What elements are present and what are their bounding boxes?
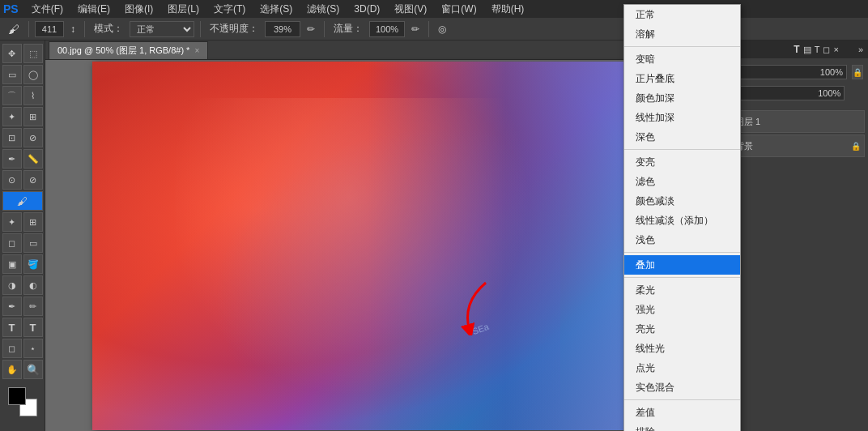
blend-lighter-color[interactable]: 浅色 — [624, 230, 740, 250]
mode-label: 模式： — [91, 20, 126, 38]
tool-bucket[interactable]: 🪣 — [23, 254, 43, 274]
blend-hard-light[interactable]: 强光 — [624, 300, 740, 319]
pressure-icon[interactable]: ✏ — [304, 20, 318, 38]
tool-lasso-poly[interactable]: ⌇ — [23, 86, 43, 105]
panel-collapse[interactable]: × — [833, 45, 838, 54]
mode-select[interactable]: 正常 — [130, 21, 194, 37]
layer-lock-icon: 🔒 — [851, 142, 861, 151]
opacity-input[interactable] — [265, 21, 300, 37]
tool-artboard[interactable]: ⬚ — [23, 44, 43, 63]
tool-zoom[interactable]: 🔍 — [23, 360, 43, 379]
tool-shape-custom[interactable]: ⋆ — [23, 339, 43, 358]
toolbar-sep-4 — [324, 21, 325, 37]
toolbar-sep-5 — [428, 21, 429, 37]
tool-eyedropper[interactable]: ✒ — [2, 149, 22, 169]
opacity-value-input[interactable] — [727, 65, 847, 79]
menu-3d[interactable]: 3D(D) — [347, 2, 386, 16]
blend-color-burn[interactable]: 颜色加深 — [624, 88, 740, 108]
blend-darken[interactable]: 变暗 — [624, 49, 740, 69]
blend-soft-light[interactable]: 柔光 — [624, 280, 740, 300]
blend-color-dodge[interactable]: 颜色减淡 — [624, 191, 740, 211]
blend-lighten[interactable]: 变亮 — [624, 152, 740, 172]
blend-pin-light[interactable]: 点光 — [624, 358, 740, 378]
tool-hand[interactable]: ✋ — [2, 360, 22, 379]
flow-input[interactable] — [369, 21, 405, 37]
menu-help[interactable]: 帮助(H) — [485, 1, 531, 18]
fill-value-input[interactable] — [725, 86, 845, 100]
blend-exclusion[interactable]: 排除 — [624, 422, 740, 431]
blend-multiply[interactable]: 正片叠底 — [624, 69, 740, 88]
menu-type[interactable]: 文字(T) — [207, 1, 252, 18]
opacity-lock[interactable]: 🔒 — [852, 65, 863, 79]
sep-5 — [624, 399, 740, 400]
panel-icon-shape: ◻ — [823, 45, 830, 55]
tools-panel: ✥ ⬚ ▭ ◯ ⌒ ⌇ ✦ ⊞ ⊡ ⊘ ✒ 📏 ⊙ ⊘ 🖌 ✦ ⊞ — [0, 41, 45, 431]
tool-wand[interactable]: ✦ — [2, 107, 22, 126]
image-canvas: SEa — [45, 60, 690, 431]
tool-gradient[interactable]: ▣ — [2, 254, 22, 274]
tool-move[interactable]: ✥ — [2, 44, 22, 63]
tool-select[interactable]: ⊞ — [23, 107, 43, 126]
menu-window[interactable]: 窗口(W) — [435, 1, 483, 18]
menu-select[interactable]: 选择(S) — [253, 1, 299, 18]
tab-close-btn[interactable]: × — [194, 46, 199, 55]
tool-marquee-rect[interactable]: ▭ — [2, 65, 22, 84]
photo-background: SEa — [92, 62, 643, 430]
tool-pattern[interactable]: ⊞ — [23, 212, 43, 232]
flow-label: 流量： — [330, 20, 366, 38]
menu-file[interactable]: 文件(F) — [25, 1, 70, 18]
blend-linear-light[interactable]: 线性光 — [624, 339, 740, 358]
tool-text-v[interactable]: T — [23, 318, 43, 337]
tool-slice[interactable]: ⊘ — [23, 128, 43, 147]
toolbar-sep-2 — [84, 21, 85, 37]
tool-stamp[interactable]: ✦ — [2, 212, 22, 232]
fg-bg-colors[interactable] — [8, 387, 37, 416]
tool-pen[interactable]: ✒ — [2, 297, 22, 316]
menu-edit[interactable]: 编辑(E) — [71, 1, 117, 18]
flow-pressure-icon[interactable]: ✏ — [408, 20, 423, 38]
tool-marquee-ellipse[interactable]: ◯ — [23, 65, 43, 84]
ps-logo: PS — [3, 2, 19, 15]
blend-difference[interactable]: 差值 — [624, 403, 740, 422]
size-unit: ↕ — [67, 20, 79, 38]
blend-dissolve[interactable]: 溶解 — [624, 24, 740, 44]
blend-hard-mix[interactable]: 实色混合 — [624, 378, 740, 397]
tool-burn[interactable]: ◐ — [23, 275, 43, 295]
tool-crop[interactable]: ⊡ — [2, 128, 22, 147]
tool-text-h[interactable]: T — [2, 318, 22, 337]
canvas-area: 00.jpg @ 50% (图层 1, RGB/8#) * × — [45, 41, 690, 431]
blend-normal[interactable]: 正常 — [624, 5, 740, 24]
blend-linear-burn[interactable]: 线性加深 — [624, 108, 740, 127]
blend-overlay[interactable]: 叠加 — [624, 255, 740, 275]
tool-spot-heal[interactable]: ⊙ — [2, 170, 22, 190]
blend-mode-dropdown[interactable]: 正常 溶解 变暗 正片叠底 颜色加深 线性加深 深色 变亮 滤色 颜色减淡 线性… — [623, 4, 741, 431]
tool-eraser2[interactable]: ▭ — [23, 233, 43, 253]
panel-collapse2[interactable]: » — [858, 45, 863, 54]
menu-filter[interactable]: 滤镜(S) — [300, 1, 346, 18]
menu-image[interactable]: 图像(I) — [118, 1, 160, 18]
blend-vivid-light[interactable]: 亮光 — [624, 319, 740, 339]
photo-container: SEa — [92, 62, 643, 430]
airbrush-icon[interactable]: ◎ — [435, 20, 449, 38]
blend-linear-dodge[interactable]: 线性减淡（添加） — [624, 211, 740, 230]
brush-size-input[interactable] — [35, 21, 64, 37]
blend-screen[interactable]: 滤色 — [624, 172, 740, 191]
tool-dodge[interactable]: ◑ — [2, 275, 22, 295]
tool-lasso[interactable]: ⌒ — [2, 86, 22, 105]
document-tab[interactable]: 00.jpg @ 50% (图层 1, RGB/8#) * × — [49, 41, 208, 59]
blend-darker-color[interactable]: 深色 — [624, 127, 740, 147]
menu-view[interactable]: 视图(V) — [388, 1, 433, 18]
tab-title: 00.jpg @ 50% (图层 1, RGB/8#) * — [57, 45, 189, 57]
tool-brush[interactable]: 🖌 — [2, 191, 43, 211]
foreground-color[interactable] — [8, 387, 26, 405]
red-arrow — [445, 279, 494, 338]
tool-eraser[interactable]: ◻ — [2, 233, 22, 253]
tab-bar: 00.jpg @ 50% (图层 1, RGB/8#) * × — [45, 41, 690, 60]
opacity-label: 不透明度： — [206, 20, 262, 38]
tool-measure[interactable]: 📏 — [23, 149, 43, 169]
tool-heal[interactable]: ⊘ — [23, 170, 43, 190]
tool-shape-rect[interactable]: ◻ — [2, 339, 22, 358]
toolbar-sep-3 — [200, 21, 201, 37]
tool-pen2[interactable]: ✏ — [23, 297, 43, 316]
menu-layer[interactable]: 图层(L) — [161, 1, 206, 18]
